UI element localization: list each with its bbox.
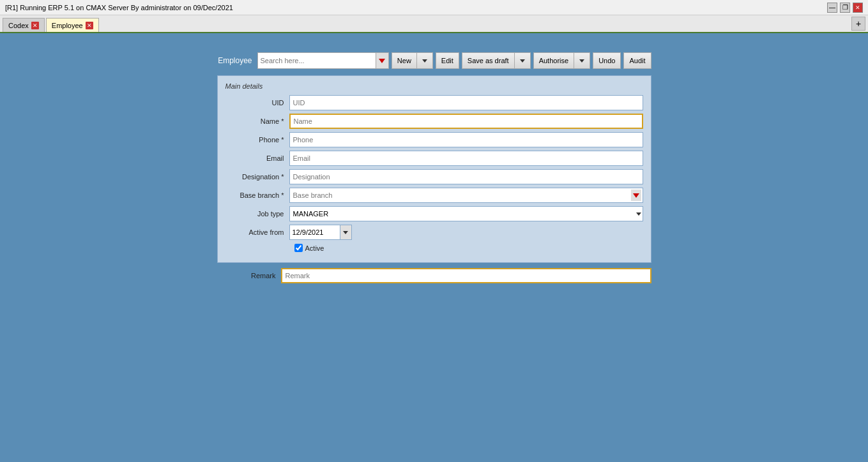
maximize-button[interactable]: ❐	[840, 3, 850, 13]
active-from-row: Active from	[225, 225, 643, 240]
tab-codex-label: Codex	[8, 22, 29, 29]
uid-row: UID	[225, 95, 643, 110]
tab-bar: Codex ✕ Employee ✕ +	[0, 15, 868, 33]
main-form-panel: Main details UID Name * Phone * Email	[217, 75, 651, 263]
search-dropdown-arrow-icon	[379, 59, 385, 63]
main-content: Employee New Edit Save as	[0, 33, 868, 462]
save-as-draft-dropdown-button[interactable]	[514, 52, 531, 69]
authorise-button-group: Authorise	[533, 52, 590, 69]
add-tab-button[interactable]: +	[851, 17, 865, 31]
minimize-button[interactable]: —	[827, 3, 837, 13]
email-label: Email	[225, 154, 289, 162]
title-bar: [R1] Running ERP 5.1 on CMAX Server By a…	[0, 0, 868, 15]
remark-input[interactable]	[281, 268, 651, 283]
uid-label: UID	[225, 99, 289, 107]
job-type-label: Job type	[225, 210, 289, 218]
phone-input[interactable]	[289, 132, 643, 147]
base-branch-input[interactable]	[289, 188, 643, 203]
base-branch-dropdown-button[interactable]	[631, 190, 641, 201]
edit-button[interactable]: Edit	[436, 52, 459, 69]
active-from-label: Active from	[225, 228, 289, 236]
section-label: Main details	[225, 82, 643, 90]
authorise-dropdown-arrow-icon	[579, 59, 584, 63]
audit-button[interactable]: Audit	[623, 52, 651, 69]
job-type-select[interactable]: MANAGER STAFF SUPERVISOR INTERN	[289, 206, 643, 221]
save-draft-dropdown-arrow-icon	[520, 59, 525, 63]
job-type-select-wrapper: MANAGER STAFF SUPERVISOR INTERN	[289, 206, 643, 221]
active-checkbox-label: Active	[305, 244, 324, 252]
authorise-dropdown-button[interactable]	[574, 52, 590, 69]
employee-toolbar-label: Employee	[217, 56, 252, 65]
new-button-group: New	[392, 52, 433, 69]
date-picker-button[interactable]	[340, 225, 352, 240]
window-controls: — ❐ ✕	[827, 3, 863, 13]
base-branch-dropdown-arrow-icon	[633, 193, 639, 198]
phone-label: Phone *	[225, 136, 289, 144]
base-branch-wrapper	[289, 188, 643, 203]
phone-row: Phone *	[225, 132, 643, 147]
name-input[interactable]	[289, 114, 643, 129]
form-container: Employee New Edit Save as	[217, 52, 651, 283]
uid-input[interactable]	[289, 95, 643, 110]
remark-section: Remark	[217, 268, 651, 283]
remark-label: Remark	[217, 272, 281, 279]
date-wrapper	[289, 225, 352, 240]
name-row: Name *	[225, 114, 643, 129]
name-label: Name *	[225, 117, 289, 125]
undo-button[interactable]: Undo	[593, 52, 621, 69]
close-button[interactable]: ✕	[853, 3, 863, 13]
designation-row: Designation *	[225, 169, 643, 184]
tab-codex-close[interactable]: ✕	[31, 22, 39, 29]
base-branch-row: Base branch *	[225, 188, 643, 203]
new-dropdown-arrow-icon	[422, 59, 427, 63]
new-button[interactable]: New	[392, 52, 416, 69]
new-dropdown-button[interactable]	[416, 52, 433, 69]
date-picker-arrow-icon	[343, 231, 348, 234]
active-checkbox[interactable]	[294, 244, 303, 252]
search-input[interactable]	[258, 53, 376, 68]
base-branch-label: Base branch *	[225, 191, 289, 199]
search-box	[257, 52, 389, 69]
title-text: [R1] Running ERP 5.1 on CMAX Server By a…	[5, 4, 233, 11]
toolbar-row: Employee New Edit Save as	[217, 52, 651, 69]
designation-input[interactable]	[289, 169, 643, 184]
job-type-row: Job type MANAGER STAFF SUPERVISOR INTERN	[225, 206, 643, 221]
save-as-draft-button[interactable]: Save as draft	[462, 52, 514, 69]
tab-employee-label: Employee	[52, 22, 83, 29]
authorise-button[interactable]: Authorise	[533, 52, 574, 69]
active-checkbox-row: Active	[294, 244, 643, 252]
save-as-draft-button-group: Save as draft	[462, 52, 531, 69]
tab-employee-close[interactable]: ✕	[86, 22, 93, 29]
search-dropdown-button[interactable]	[376, 53, 388, 68]
tab-employee[interactable]: Employee ✕	[46, 18, 99, 32]
tab-codex[interactable]: Codex ✕	[3, 18, 45, 32]
active-from-input[interactable]	[289, 225, 340, 240]
email-input[interactable]	[289, 151, 643, 166]
designation-label: Designation *	[225, 173, 289, 181]
email-row: Email	[225, 151, 643, 166]
